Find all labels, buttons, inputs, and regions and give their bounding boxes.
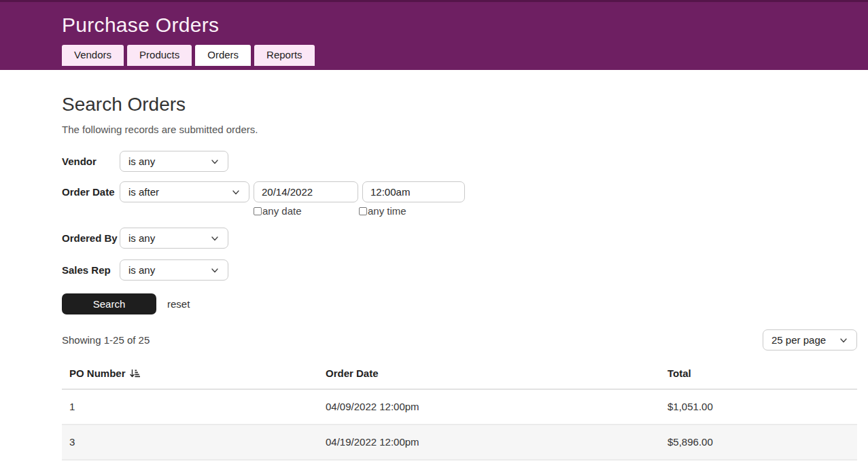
chevron-down-icon — [210, 157, 220, 166]
cell-order-date: 04/09/2022 12:00pm — [318, 390, 660, 424]
sort-ascending-icon[interactable] — [129, 368, 140, 379]
tab-bar: Vendors Products Orders Reports — [62, 45, 868, 66]
reset-link[interactable]: reset — [167, 298, 190, 310]
vendor-select[interactable]: is any — [120, 151, 228, 172]
per-page-select[interactable]: 25 per page — [763, 329, 857, 350]
cell-po-number: 1 — [62, 390, 318, 424]
column-header-total[interactable]: Total — [660, 367, 857, 379]
any-date-option: any date — [254, 205, 359, 217]
chevron-down-icon — [839, 336, 848, 345]
ordered-by-row: Ordered By is any — [62, 228, 857, 249]
sales-rep-label: Sales Rep — [62, 264, 120, 276]
order-date-checkbox-row: any date any time — [254, 205, 857, 217]
cell-total: $1,051.00 — [660, 390, 857, 424]
per-page-value: 25 per page — [771, 334, 826, 346]
ordered-by-select[interactable]: is any — [120, 228, 228, 249]
order-date-label: Order Date — [62, 186, 120, 198]
sales-rep-select-value: is any — [128, 264, 155, 276]
section-heading: Search Orders — [62, 92, 857, 118]
order-date-operator-value: is after — [128, 186, 159, 198]
showing-count: Showing 1-25 of 25 — [62, 334, 150, 346]
any-time-option: any time — [359, 205, 464, 217]
table-row[interactable]: 3 04/19/2022 12:00pm $5,896.00 — [62, 425, 857, 461]
vendor-label: Vendor — [62, 156, 120, 167]
any-time-label: any time — [368, 205, 406, 217]
tab-vendors[interactable]: Vendors — [62, 45, 124, 66]
orders-table: PO Number Order Date Total 1 04/09/2022 … — [62, 361, 857, 461]
order-date-row: Order Date is after — [62, 181, 857, 202]
column-header-order-date[interactable]: Order Date — [318, 367, 660, 379]
cell-order-date: 04/19/2022 12:00pm — [318, 425, 660, 459]
results-bar: Showing 1-25 of 25 25 per page — [62, 329, 857, 350]
ordered-by-label: Ordered By — [62, 232, 120, 244]
table-row[interactable]: 1 04/09/2022 12:00pm $1,051.00 — [62, 390, 857, 425]
chevron-down-icon — [231, 187, 241, 197]
sales-rep-select[interactable]: is any — [120, 259, 228, 281]
column-header-po-number[interactable]: PO Number — [62, 367, 318, 379]
main-content: Search Orders The following records are … — [0, 92, 868, 461]
sales-rep-row: Sales Rep is any — [62, 259, 857, 281]
any-date-label: any date — [262, 205, 302, 217]
order-date-input[interactable] — [254, 181, 358, 202]
tab-orders[interactable]: Orders — [195, 45, 251, 66]
section-subtitle: The following records are submitted orde… — [62, 124, 857, 135]
vendor-row: Vendor is any — [62, 151, 857, 172]
ordered-by-select-value: is any — [128, 232, 155, 244]
cell-total: $5,896.00 — [660, 425, 857, 459]
cell-po-number: 3 — [62, 425, 318, 459]
search-button[interactable]: Search — [62, 293, 156, 314]
order-date-operator-select[interactable]: is after — [120, 181, 249, 202]
form-actions: Search reset — [62, 293, 857, 314]
page-title: Purchase Orders — [62, 14, 868, 37]
order-time-input[interactable] — [362, 181, 465, 202]
table-header-row: PO Number Order Date Total — [62, 361, 857, 390]
app-header: Purchase Orders Vendors Products Orders … — [0, 0, 868, 70]
chevron-down-icon — [210, 234, 220, 243]
tab-reports[interactable]: Reports — [254, 45, 315, 66]
chevron-down-icon — [210, 266, 220, 275]
any-date-checkbox[interactable] — [254, 207, 262, 215]
tab-products[interactable]: Products — [127, 45, 192, 66]
vendor-select-value: is any — [128, 156, 155, 167]
any-time-checkbox[interactable] — [359, 207, 367, 215]
search-form: Vendor is any Order Date is after — [62, 151, 857, 314]
